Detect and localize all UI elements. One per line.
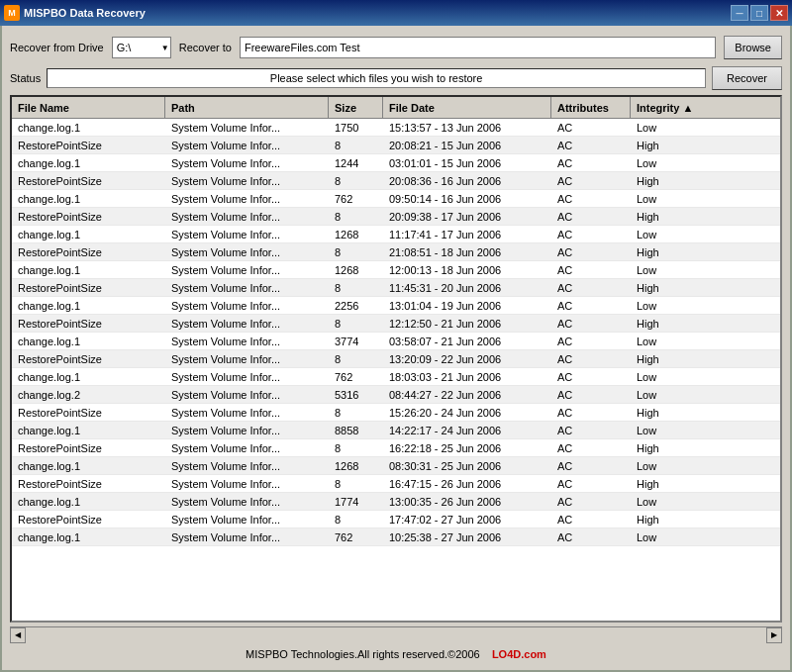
table-row[interactable]: change.log.2System Volume Infor...531608… [12, 386, 780, 404]
cell-filedate: 13:01:04 - 19 Jun 2006 [383, 300, 551, 312]
cell-filedate: 16:47:15 - 26 Jun 2006 [383, 478, 551, 490]
cell-integrity: Low [631, 371, 780, 383]
cell-integrity: High [631, 246, 780, 258]
table-row[interactable]: change.log.1System Volume Infor...126808… [12, 457, 780, 475]
status-row: Status Please select which files you wis… [10, 65, 782, 91]
cell-integrity: Low [631, 300, 780, 312]
footer-text: MISPBO Technologies.All rights reserved.… [246, 648, 480, 660]
table-row[interactable]: change.log.1System Volume Infor...175015… [12, 119, 780, 137]
cell-size: 8 [329, 246, 383, 258]
recover-to-input[interactable] [240, 37, 716, 58]
table-body[interactable]: change.log.1System Volume Infor...175015… [12, 119, 780, 621]
cell-integrity: Low [631, 264, 780, 276]
cell-filename: RestorePointSize [12, 318, 165, 330]
cell-filedate: 13:00:35 - 26 Jun 2006 [383, 496, 551, 508]
cell-attributes: AC [551, 318, 631, 330]
main-window: Recover from Drive G:\ Recover to Browse… [0, 26, 792, 672]
cell-path: System Volume Infor... [165, 140, 329, 151]
cell-path: System Volume Infor... [165, 460, 329, 472]
cell-filename: change.log.1 [12, 425, 165, 436]
cell-path: System Volume Infor... [165, 264, 329, 276]
cell-integrity: Low [631, 336, 780, 347]
table-row[interactable]: change.log.1System Volume Infor...76210:… [12, 528, 780, 546]
cell-attributes: AC [551, 246, 631, 258]
cell-filename: change.log.1 [12, 336, 165, 347]
table-row[interactable]: RestorePointSizeSystem Volume Infor...81… [12, 511, 780, 528]
cell-size: 8 [329, 353, 383, 365]
cell-filename: change.log.1 [12, 157, 165, 169]
table-row[interactable]: change.log.1System Volume Infor...76218:… [12, 368, 780, 386]
maximize-button[interactable]: □ [750, 5, 768, 21]
cell-size: 8 [329, 514, 383, 526]
cell-filedate: 08:44:27 - 22 Jun 2006 [383, 389, 551, 401]
horizontal-scrollbar[interactable]: ◀ ▶ [10, 626, 782, 642]
table-row[interactable]: RestorePointSizeSystem Volume Infor...82… [12, 172, 780, 190]
table-row[interactable]: change.log.1System Volume Infor...885814… [12, 422, 780, 439]
cell-path: System Volume Infor... [165, 442, 329, 454]
cell-integrity: Low [631, 229, 780, 240]
table-row[interactable]: RestorePointSizeSystem Volume Infor...82… [12, 208, 780, 226]
col-path[interactable]: Path [165, 97, 329, 118]
drive-select[interactable]: G:\ [112, 37, 171, 58]
cell-path: System Volume Infor... [165, 425, 329, 436]
table-row[interactable]: RestorePointSizeSystem Volume Infor...81… [12, 279, 780, 297]
browse-button[interactable]: Browse [724, 36, 782, 59]
table-row[interactable]: change.log.1System Volume Infor...177413… [12, 493, 780, 511]
cell-path: System Volume Infor... [165, 282, 329, 294]
cell-path: System Volume Infor... [165, 336, 329, 347]
table-row[interactable]: change.log.1System Volume Infor...76209:… [12, 190, 780, 208]
close-button[interactable]: ✕ [770, 5, 788, 21]
cell-attributes: AC [551, 460, 631, 472]
cell-filename: change.log.1 [12, 300, 165, 312]
recover-button[interactable]: Recover [712, 66, 782, 90]
table-row[interactable]: RestorePointSizeSystem Volume Infor...81… [12, 475, 780, 493]
col-filename[interactable]: File Name [12, 97, 165, 118]
scroll-right-arrow[interactable]: ▶ [766, 627, 782, 643]
table-row[interactable]: change.log.1System Volume Infor...225613… [12, 297, 780, 315]
col-filedate[interactable]: File Date [383, 97, 551, 118]
status-bar: Please select which files you wish to re… [47, 68, 706, 88]
minimize-button[interactable]: ─ [731, 5, 748, 21]
cell-size: 8 [329, 282, 383, 294]
cell-attributes: AC [551, 300, 631, 312]
cell-integrity: High [631, 442, 780, 454]
cell-integrity: Low [631, 425, 780, 436]
cell-filedate: 12:00:13 - 18 Jun 2006 [383, 264, 551, 276]
cell-filename: RestorePointSize [12, 211, 165, 223]
table-row[interactable]: change.log.1System Volume Infor...126812… [12, 261, 780, 279]
cell-size: 8858 [329, 425, 383, 436]
cell-path: System Volume Infor... [165, 407, 329, 419]
cell-size: 1750 [329, 122, 383, 134]
table-row[interactable]: RestorePointSizeSystem Volume Infor...81… [12, 350, 780, 368]
cell-filedate: 03:58:07 - 21 Jun 2006 [383, 336, 551, 347]
scroll-left-arrow[interactable]: ◀ [10, 627, 26, 643]
table-row[interactable]: change.log.1System Volume Infor...377403… [12, 333, 780, 350]
cell-filename: change.log.1 [12, 371, 165, 383]
cell-size: 762 [329, 531, 383, 543]
table-row[interactable]: RestorePointSizeSystem Volume Infor...81… [12, 404, 780, 422]
scroll-track[interactable] [26, 627, 766, 642]
cell-filedate: 18:03:03 - 21 Jun 2006 [383, 371, 551, 383]
col-integrity[interactable]: Integrity ▲ [631, 97, 780, 118]
cell-path: System Volume Infor... [165, 389, 329, 401]
table-row[interactable]: change.log.1System Volume Infor...124403… [12, 154, 780, 172]
cell-integrity: Low [631, 496, 780, 508]
cell-filedate: 20:09:38 - 17 Jun 2006 [383, 211, 551, 223]
table-row[interactable]: RestorePointSizeSystem Volume Infor...81… [12, 315, 780, 333]
table-row[interactable]: RestorePointSizeSystem Volume Infor...82… [12, 137, 780, 154]
table-row[interactable]: change.log.1System Volume Infor...126811… [12, 226, 780, 243]
table-row[interactable]: RestorePointSizeSystem Volume Infor...82… [12, 243, 780, 261]
cell-attributes: AC [551, 122, 631, 134]
cell-size: 762 [329, 193, 383, 205]
col-size[interactable]: Size [329, 97, 383, 118]
cell-attributes: AC [551, 389, 631, 401]
cell-path: System Volume Infor... [165, 514, 329, 526]
col-attributes[interactable]: Attributes [551, 97, 631, 118]
title-bar: M MISPBO Data Recovery ─ □ ✕ [0, 0, 792, 26]
app-icon: M [4, 5, 20, 21]
table-row[interactable]: RestorePointSizeSystem Volume Infor...81… [12, 439, 780, 457]
cell-size: 1268 [329, 264, 383, 276]
cell-path: System Volume Infor... [165, 229, 329, 240]
cell-integrity: Low [631, 122, 780, 134]
cell-filedate: 14:22:17 - 24 Jun 2006 [383, 425, 551, 436]
